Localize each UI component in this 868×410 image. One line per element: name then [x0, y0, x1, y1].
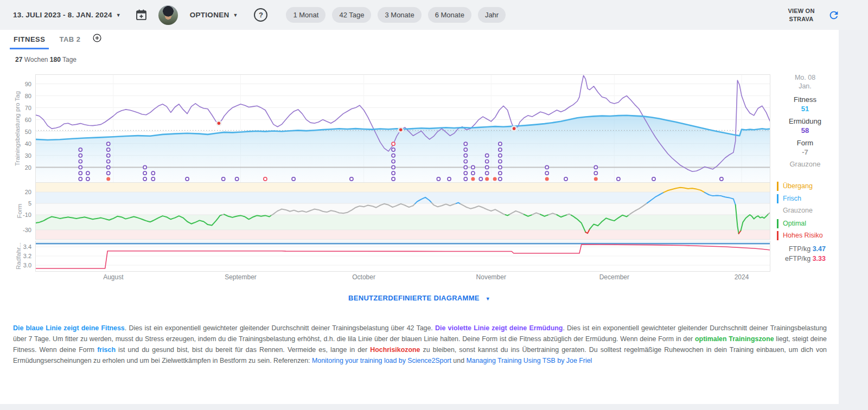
x-axis-month-label: October: [352, 273, 375, 281]
chevron-down-icon: ▼: [233, 12, 238, 18]
y-tick-label: 90: [14, 81, 31, 87]
form-stat-value: -7: [773, 148, 838, 156]
page: 13. JULI 2023 - 8. JAN. 2024 ▼ OPTIONEN …: [0, 0, 868, 410]
y-axis-title: Form: [16, 204, 23, 219]
tab-bar: FITNESS TAB 2: [0, 30, 839, 49]
y-axis-title: Radfahr...: [15, 242, 22, 270]
refresh-icon[interactable]: [828, 9, 840, 21]
x-axis-month-label: September: [225, 273, 257, 281]
x-axis-month-label: November: [476, 273, 506, 281]
fitness-stat-label: Fitness: [773, 95, 838, 104]
custom-charts-toggle[interactable]: BENUTZERDEFINIERTE DIAGRAMME ▼: [0, 294, 839, 302]
days-count: 180: [50, 56, 61, 63]
period-summary: 27 Wochen 180 Tage: [15, 56, 76, 63]
explanation-segment: optimalen Trainingszone: [695, 335, 774, 343]
days-label: Tage: [62, 56, 76, 63]
chevron-down-icon: ▼: [486, 296, 490, 302]
tab-fitness[interactable]: FITNESS: [10, 30, 49, 49]
form-zone-label: Grauzone: [773, 160, 838, 168]
ftp-chart[interactable]: [35, 241, 770, 272]
view-on-strava-link[interactable]: VIEW ON STRAVA: [783, 7, 819, 23]
zone-legend-grauzone: Grauzone: [777, 206, 813, 215]
range-chip-6-monate[interactable]: 6 Monate: [428, 7, 471, 23]
range-chips: 1 Monat42 Tage3 Monate6 MonateJahr: [286, 7, 512, 23]
y-tick-label: 20: [14, 189, 31, 195]
explanation-segment: und: [451, 357, 467, 364]
weeks-count: 27: [15, 56, 22, 63]
hover-date: Mo. 08 Jan.: [773, 73, 838, 91]
reference-link[interactable]: Monitoring your training load by Science…: [312, 357, 451, 364]
y-axis-title: Trainingsbelastung pro Tag: [14, 91, 21, 166]
explanation-segment: Hochrisikozone: [370, 346, 420, 354]
explanation-segment: . Dies ist ein exponentiell gewichteter …: [125, 324, 435, 332]
form-chart[interactable]: [35, 182, 770, 240]
explanation-segment: Die violette Linie zeigt deine Ermüdung: [435, 324, 563, 332]
options-menu-button[interactable]: OPTIONEN ▼: [190, 11, 238, 19]
fatigue-stat-value: 58: [773, 126, 838, 134]
weeks-label: Wochen: [24, 56, 48, 63]
tab-2[interactable]: TAB 2: [55, 30, 84, 49]
content-card: FITNESS TAB 2 27 Wochen 180 Tage 9080706…: [0, 30, 839, 404]
explanation-segment: Die blaue Linie zeigt deine Fitness: [13, 324, 125, 332]
y-tick-label: -30: [14, 227, 31, 233]
fitness-stat-value: 51: [773, 105, 838, 113]
calendar-add-icon[interactable]: [135, 9, 148, 21]
options-label: OPTIONEN: [190, 11, 229, 19]
fitness-chart[interactable]: [35, 74, 770, 183]
zone-legend-optimal: Optimal: [777, 219, 806, 228]
x-axis-month-label: 2024: [735, 273, 749, 281]
avatar[interactable]: [158, 5, 178, 25]
reference-link[interactable]: Managing Training Using TSB by Joe Friel: [466, 357, 592, 364]
explanation-text: Die blaue Linie zeigt deine Fitness. Die…: [13, 323, 827, 366]
fatigue-stat-label: Ermüdung: [773, 117, 838, 125]
range-chip-3-monate[interactable]: 3 Monate: [378, 7, 421, 23]
date-range-label: 13. JULI 2023 - 8. JAN. 2024: [13, 11, 112, 19]
x-axis-month-label: August: [103, 273, 123, 281]
form-stat-label: Form: [773, 139, 838, 147]
ftp-label-1: eFTP/kg 3.33: [754, 255, 826, 262]
zone-legend-übergang: Übergang: [777, 182, 813, 191]
ftp-label-0: FTP/kg 3.47: [754, 245, 826, 253]
zone-legend-frisch: Frisch: [777, 194, 801, 203]
date-range-selector[interactable]: 13. JULI 2023 - 8. JAN. 2024 ▼: [13, 11, 121, 19]
add-tab-icon[interactable]: [92, 33, 102, 45]
top-toolbar: 13. JULI 2023 - 8. JAN. 2024 ▼ OPTIONEN …: [0, 0, 868, 30]
help-icon[interactable]: ?: [254, 8, 267, 22]
explanation-segment: frisch: [97, 346, 116, 354]
explanation-segment: ist und du gesund bist, bist du bereit f…: [116, 346, 370, 354]
range-chip-1-monat[interactable]: 1 Monat: [286, 7, 326, 23]
x-axis-month-label: December: [599, 273, 629, 281]
chevron-down-icon: ▼: [116, 12, 121, 18]
range-chip-42-tage[interactable]: 42 Tage: [332, 7, 371, 23]
range-chip-jahr[interactable]: Jahr: [478, 7, 506, 23]
zone-legend-hohes-risiko: Hohes Risiko: [777, 231, 823, 240]
